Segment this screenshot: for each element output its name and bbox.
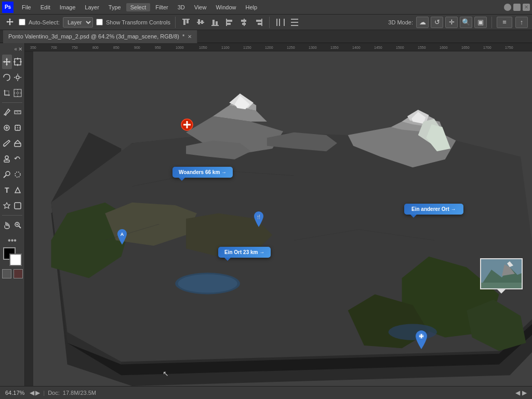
show-transform-checkbox[interactable]	[96, 19, 103, 25]
tool-brush[interactable]	[2, 136, 12, 151]
tool-crop[interactable]	[2, 86, 12, 100]
svg-text:1000: 1000	[176, 46, 184, 49]
share-icon[interactable]: ↑	[515, 17, 528, 28]
tab-bar: Ponto Valentino_3d_map_2.psd @ 64.2% (3d…	[0, 30, 532, 43]
mode-icon-slide[interactable]: 🔍	[460, 17, 472, 28]
main-canvas[interactable]: A 🍴	[33, 51, 532, 386]
menu-window[interactable]: Window	[211, 3, 240, 11]
scroll-arrows: ◀ ▶	[30, 389, 40, 396]
align-center-v[interactable]	[195, 18, 206, 27]
tool-pen[interactable]	[2, 198, 12, 213]
close-button[interactable]: ✕	[523, 4, 530, 11]
red-plus-pin[interactable]	[180, 118, 194, 132]
status-scroll-left[interactable]: ◀	[515, 389, 520, 396]
tool-patch[interactable]	[13, 121, 23, 135]
tool-history-brush[interactable]	[13, 152, 23, 166]
map-label-ein-ort[interactable]: Ein Ort 23 km →	[218, 247, 271, 261]
blue-pin-location-1[interactable]: A	[116, 229, 128, 246]
doc-label: Doc:	[48, 390, 60, 396]
tool-move[interactable]	[2, 55, 12, 69]
tool-artboard[interactable]	[13, 55, 23, 69]
distribute-1[interactable]	[274, 18, 286, 27]
menu-type[interactable]: Type	[104, 3, 125, 11]
align-right[interactable]	[253, 18, 264, 27]
menu-edit[interactable]: Edit	[36, 3, 55, 11]
tool-zoom[interactable]	[13, 218, 23, 232]
menu-file[interactable]: File	[18, 3, 35, 11]
tool-dodge[interactable]	[2, 167, 12, 182]
quick-mask-row	[0, 269, 24, 278]
menu-view[interactable]: View	[190, 3, 211, 11]
tool-magic-wand[interactable]	[13, 70, 23, 85]
svg-rect-16	[256, 20, 261, 22]
panel-collapse-btn[interactable]: «	[14, 46, 17, 52]
map-label-ein-anderer-ort[interactable]: Ein anderer Ort →	[404, 204, 463, 218]
distribute-2[interactable]	[289, 18, 300, 27]
auto-select-checkbox[interactable]	[19, 19, 25, 25]
blue-pin-restaurant[interactable]: 🍴	[253, 211, 264, 228]
align-left[interactable]	[224, 18, 235, 27]
menu-layer[interactable]: Layer	[81, 3, 103, 11]
ruler-top: 350 700 750 800 850 900 950 1000 1050 11…	[25, 43, 532, 51]
tool-type[interactable]: T	[2, 183, 12, 197]
tool-stamp[interactable]	[2, 152, 12, 166]
svg-text:950: 950	[155, 46, 161, 49]
svg-rect-15	[261, 19, 262, 26]
scroll-left[interactable]: ◀	[30, 389, 34, 396]
scroll-right[interactable]: ▶	[35, 389, 40, 396]
svg-text:1150: 1150	[243, 46, 251, 49]
tool-healing[interactable]	[2, 121, 12, 135]
svg-text:1400: 1400	[352, 46, 361, 49]
tool-ruler[interactable]	[13, 105, 23, 119]
align-top[interactable]	[180, 18, 192, 27]
tool-lasso[interactable]	[2, 70, 12, 85]
blue-pin-location-2[interactable]	[414, 330, 429, 350]
standard-mode[interactable]	[2, 269, 11, 278]
mode-icon-rotate[interactable]: ☁	[416, 17, 429, 28]
tool-row-eyedropper	[0, 104, 24, 120]
tool-eraser[interactable]	[13, 136, 23, 151]
status-scroll-right[interactable]: ▶	[522, 389, 527, 396]
tool-shape[interactable]	[13, 198, 23, 213]
maximize-button[interactable]	[513, 4, 521, 11]
tool-hand[interactable]	[2, 218, 12, 232]
tool-more[interactable]: •••	[0, 236, 24, 245]
svg-text:750: 750	[72, 46, 78, 49]
background-color[interactable]	[9, 254, 22, 266]
options-right: 3D Mode: ☁ ↺ ✛ 🔍 ▣ ≡ ↑	[388, 17, 528, 28]
menu-filter[interactable]: Filter	[151, 3, 172, 11]
panel-close-btn[interactable]: ✕	[18, 46, 22, 52]
align-bottom[interactable]	[209, 18, 221, 27]
menu-image[interactable]: Image	[56, 3, 80, 11]
mode-icon-pan[interactable]: ✛	[445, 17, 458, 28]
svg-rect-0	[182, 19, 190, 20]
mode-icons: ☁ ↺ ✛ 🔍 ▣	[416, 17, 487, 28]
tool-path-select[interactable]	[13, 183, 23, 197]
ps-logo: Ps	[2, 2, 14, 13]
layer-dropdown[interactable]: Layer	[63, 17, 93, 28]
move-tool-icon	[4, 17, 16, 28]
tool-eyedropper[interactable]	[2, 105, 12, 119]
auto-select-label: Auto-Select:	[29, 19, 60, 25]
align-center-h[interactable]	[238, 18, 250, 27]
tool-slice[interactable]	[13, 86, 23, 100]
minimize-button[interactable]	[504, 4, 511, 11]
svg-line-52	[4, 175, 6, 178]
menu-3d[interactable]: 3D	[174, 3, 189, 11]
map-label-woanders[interactable]: Woanders 66 km →	[172, 167, 233, 181]
mode-icon-roll[interactable]: ↺	[431, 17, 443, 28]
menu-help[interactable]: Help	[242, 3, 262, 11]
svg-rect-83	[25, 51, 33, 386]
3d-mode-label: 3D Mode:	[388, 19, 413, 25]
tab-close-button[interactable]: ✕	[188, 34, 192, 39]
separator-2	[269, 17, 270, 28]
quick-mask-mode[interactable]	[14, 269, 23, 278]
menu-select[interactable]: Select	[126, 3, 151, 11]
view-options[interactable]: ≡	[497, 17, 512, 28]
svg-rect-1	[183, 20, 185, 25]
svg-point-53	[15, 172, 20, 177]
mode-icon-scale[interactable]: ▣	[474, 17, 487, 28]
document-tab[interactable]: Ponto Valentino_3d_map_2.psd @ 64.2% (3d…	[3, 30, 197, 43]
map-thumbnail-popup[interactable]	[480, 258, 523, 294]
tool-blur[interactable]	[13, 167, 23, 182]
